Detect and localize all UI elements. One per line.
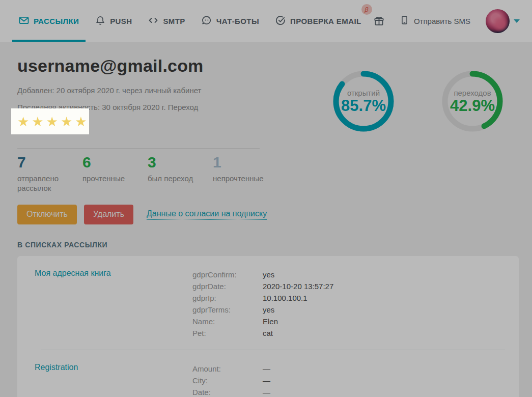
field-row: gdprDate:2020-10-20 13:57:27 <box>192 280 519 292</box>
field-value: cat <box>263 327 273 339</box>
field-label: City: <box>192 375 263 386</box>
list-name-link[interactable]: Моя адресная книга <box>35 269 192 339</box>
list-fields: gdprConfirm:yesgdprDate:2020-10-20 13:57… <box>192 269 519 339</box>
field-label: gdprTerms: <box>192 304 263 316</box>
stat-clicked-label: был переход <box>148 174 213 184</box>
star-icons[interactable]: ★★★★★ <box>17 115 90 128</box>
list-name-link[interactable]: Registration <box>35 363 192 397</box>
nav-tab-label: ЧАТ-БОТЫ <box>216 17 259 25</box>
added-date-line: Добавлен: 20 октября 2020 г. через личны… <box>17 86 283 95</box>
phone-icon <box>400 15 409 26</box>
gift-icon[interactable] <box>374 16 384 26</box>
nav-tab-chatbots[interactable]: ЧАТ-БОТЫ <box>195 0 266 42</box>
field-value: — <box>263 375 270 386</box>
subscriber-page: username@gmail.com Добавлен: 20 октября … <box>0 42 532 397</box>
field-row: Amount:— <box>192 363 519 375</box>
field-label: Name: <box>192 316 263 327</box>
field-value: yes <box>263 269 274 280</box>
disable-button[interactable]: Отключить <box>17 205 77 224</box>
check-circle-icon <box>275 15 286 27</box>
nav-tab-mailings[interactable]: РАССЫЛКИ <box>12 0 86 42</box>
mailing-list-row: Моя адресная книга gdprConfirm:yesgdprDa… <box>17 256 519 350</box>
nav-tab-label: ПРОВЕРКА EMAIL <box>290 17 361 25</box>
envelope-icon <box>19 15 29 27</box>
nav-tab-label: PUSH <box>110 17 132 25</box>
donut-charts: открытий 85.7% переходов 42.9% <box>332 56 519 249</box>
send-sms-label: Отправить SMS <box>414 17 470 25</box>
field-value: — <box>263 363 270 375</box>
stat-sent-value: 7 <box>17 155 82 170</box>
field-row: Name:Elen <box>192 316 519 327</box>
list-fields: Amount:—City:—Date:—gdprConfirm:yesgdprD… <box>192 363 519 397</box>
field-label: gdprIp: <box>192 292 263 304</box>
field-value: yes <box>263 304 274 316</box>
stat-clicked-value: 3 <box>148 155 213 170</box>
nav-tab-push[interactable]: PUSH <box>89 0 138 42</box>
field-value: Elen <box>263 316 278 327</box>
stats-divider <box>17 148 260 149</box>
chevron-down-icon <box>514 19 520 23</box>
field-value: 10.100.100.1 <box>263 292 307 304</box>
open-rate-donut: открытий 85.7% <box>332 70 395 132</box>
stat-read-value: 6 <box>82 155 148 170</box>
click-rate-label: переходов <box>454 89 491 97</box>
mailing-list-row: Registration Amount:—City:—Date:—gdprCon… <box>17 350 519 397</box>
field-row: gdprTerms:yes <box>192 304 519 316</box>
avatar[interactable] <box>486 9 510 33</box>
nav-right-cluster: Отправить SMS <box>374 0 520 42</box>
consent-data-link[interactable]: Данные о согласии на подписку <box>147 209 267 220</box>
stat-unread-label: непрочтенные <box>213 174 278 184</box>
click-rate-donut: переходов 42.9% <box>441 70 503 132</box>
send-sms-button[interactable]: Отправить SMS <box>400 15 470 26</box>
field-row: gdprIp:10.100.100.1 <box>192 292 519 304</box>
subscriber-stats: 7 отправлено рассылок 6 прочтенные 3 был… <box>17 155 283 193</box>
code-icon <box>148 15 158 27</box>
field-label: gdprDate: <box>192 280 263 292</box>
lists-section-title: В СПИСКАХ РАССЫЛКИ <box>17 241 283 249</box>
field-row: City:— <box>192 375 519 386</box>
nav-tab-label: SMTP <box>163 17 185 25</box>
field-row: Date:— <box>192 386 519 397</box>
open-rate-value: 85.7% <box>341 98 386 115</box>
stat-unread: 1 непрочтенные <box>213 155 278 193</box>
stat-sent-label: отправлено рассылок <box>17 174 82 193</box>
field-row: Pet:cat <box>192 327 519 339</box>
field-value: 2020-10-20 13:57:27 <box>263 280 333 292</box>
field-label: Pet: <box>192 327 263 339</box>
delete-button[interactable]: Удалить <box>84 205 133 224</box>
field-value: — <box>263 386 270 397</box>
bell-icon <box>95 15 105 27</box>
nav-tab-smtp[interactable]: SMTP <box>142 0 191 42</box>
stat-unread-value: 1 <box>213 155 278 170</box>
chat-bot-icon <box>202 15 212 27</box>
nav-tab-label: РАССЫЛКИ <box>34 17 79 25</box>
account-menu[interactable] <box>486 9 520 33</box>
top-navigation: РАССЫЛКИ PUSH SMTP ЧАТ-БОТЫ <box>0 0 532 42</box>
stat-read-label: прочтенные <box>82 174 148 184</box>
rating-stars[interactable]: ★★★★★ <box>11 108 89 134</box>
stat-read: 6 прочтенные <box>82 155 148 193</box>
open-rate-label: открытий <box>347 89 380 97</box>
stat-sent: 7 отправлено рассылок <box>17 155 82 193</box>
stat-clicked: 3 был переход <box>148 155 213 193</box>
mailing-lists-card: Моя адресная книга gdprConfirm:yesgdprDa… <box>17 256 519 397</box>
field-label: gdprConfirm: <box>192 269 263 280</box>
nav-tab-email-verify[interactable]: ПРОВЕРКА EMAIL β <box>269 0 368 42</box>
beta-badge: β <box>361 4 372 15</box>
click-rate-value: 42.9% <box>450 98 495 115</box>
subscriber-email-title: username@gmail.com <box>17 56 283 76</box>
field-row: gdprConfirm:yes <box>192 269 519 280</box>
field-label: Date: <box>192 386 263 397</box>
field-label: Amount: <box>192 363 263 375</box>
